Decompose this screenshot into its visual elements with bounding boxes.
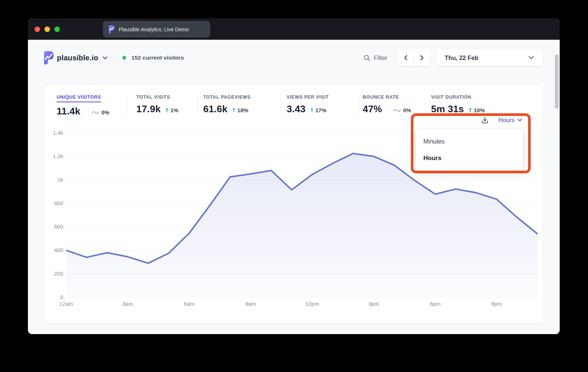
site-switcher[interactable]: plausible.io [44,51,108,64]
stat-value-row: 61.6k↑18% [203,103,251,115]
interval-dropdown-button[interactable]: Hours [498,117,522,124]
flat-trend-icon [92,111,99,114]
stat-change-value: 0% [101,109,110,116]
stat-total-pageviews[interactable]: TOTAL PAGEVIEWS61.6k↑18% [203,93,251,115]
traffic-lights [35,26,60,32]
interval-dropdown-menu: MinutesHours [416,129,523,171]
x-tick-label: 9am [240,301,262,307]
stat-total-visits[interactable]: TOTAL VISITS17.9k↑1% [136,93,178,115]
dashboard-page: plausible.io 152 current visitors [28,40,560,334]
y-tick-label: 800 [44,200,63,206]
prev-period-button[interactable] [398,49,414,66]
stat-change-value: 18% [237,107,248,113]
filter-button[interactable]: Filter [363,54,387,61]
stat-value: 47% [363,103,382,115]
stat-change: 0% [92,109,110,116]
stat-change-value: 0% [403,107,411,113]
stat-views-per-visit[interactable]: VIEWS PER VISIT3.43↑17% [287,93,329,115]
stat-label: BOUNCE RATE [363,95,399,100]
stat-value: 17.9k [136,103,161,115]
chart-toolbar: Hours [481,116,522,124]
close-button[interactable] [35,26,40,32]
plausible-favicon-icon [109,25,115,33]
browser-tab[interactable]: Plausible Analytics: Live Demo [103,21,210,38]
y-tick-label: 1k [44,177,63,183]
minimize-button[interactable] [44,26,50,32]
stat-value: 5m 31s [431,103,464,115]
date-nav [398,49,430,66]
gridline [66,297,538,298]
browser-chrome: Plausible Analytics: Live Demo [28,18,560,40]
y-tick-label: 200 [44,270,63,277]
analytics-card: UNIQUE VISITORS11.4k0%TOTAL VISITS17.9k↑… [44,85,543,323]
y-tick-label: 600 [44,223,63,230]
dropdown-option-minutes[interactable]: Minutes [416,133,523,150]
y-tick-label: 0 [44,294,63,300]
arrow-up-icon: ↑ [232,107,236,114]
stat-label: VISIT DURATION [431,95,472,100]
filter-label: Filter [374,54,387,61]
interval-selected-label: Hours [498,117,514,124]
chevron-down-icon [528,56,534,60]
date-picker[interactable]: Thu, 22 Feb [437,49,543,66]
live-dot-icon [122,56,126,60]
search-icon [363,54,370,61]
current-visitors[interactable]: 152 current visitors [122,54,184,61]
stat-divider [359,95,359,114]
stat-value: 3.43 [287,103,305,115]
plausible-logo-icon [44,51,54,64]
header-controls: Filter Thu, 22 Feb [363,49,543,66]
y-tick-label: 1.2k [44,153,63,159]
y-tick-label: 400 [44,247,63,253]
stat-unique-visitors[interactable]: UNIQUE VISITORS11.4k0% [57,93,109,117]
x-tick-label: 12am [55,301,77,307]
x-tick-label: 9pm [485,301,508,307]
stat-change-value: 10% [474,107,485,113]
download-icon[interactable] [481,116,489,124]
stat-change: ↑18% [232,107,248,114]
stat-change: ↑1% [165,107,178,114]
stat-change-value: 17% [315,107,326,113]
stat-change: ↑17% [309,107,326,114]
stat-visit-duration[interactable]: VISIT DURATION5m 31s↑10% [431,93,485,115]
chart-fill [66,153,538,297]
stat-divider [280,95,281,114]
stat-value-row: 11.4k0% [57,106,109,117]
browser-window: Plausible Analytics: Live Demo pl [28,18,560,334]
stat-divider [197,95,198,114]
screenshot-canvas: Plausible Analytics: Live Demo pl [0,0,588,372]
scrollbar-thumb[interactable] [555,54,559,109]
stat-label: TOTAL PAGEVIEWS [203,95,251,100]
stat-value-row: 3.43↑17% [287,103,329,115]
y-tick-label: 1.4k [44,130,63,136]
site-header: plausible.io 152 current visitors [44,47,543,68]
stat-divider [128,95,128,114]
arrow-up-icon: ↑ [468,107,473,114]
dropdown-option-hours[interactable]: Hours [416,150,523,167]
chevron-down-icon [103,56,108,60]
stat-change: 0% [393,107,411,113]
stat-bounce-rate[interactable]: BOUNCE RATE47%0% [363,93,411,115]
stat-label: VIEWS PER VISIT [287,95,329,100]
stat-value: 11.4k [57,106,80,117]
zoom-button[interactable] [54,26,60,32]
page-scrollbar [553,40,560,334]
flat-trend-icon [393,109,401,112]
stat-change-value: 1% [171,107,179,113]
next-period-button[interactable] [414,49,430,66]
x-tick-label: 6pm [424,301,446,307]
tab-title: Plausible Analytics: Live Demo [119,26,189,32]
x-tick-label: 3pm [363,301,385,307]
stat-divider [430,95,430,114]
stat-value-row: 5m 31s↑10% [431,103,485,115]
arrow-up-icon: ↑ [165,107,169,114]
arrow-up-icon: ↑ [309,107,314,114]
stat-change: ↑10% [468,107,485,114]
site-name: plausible.io [57,54,98,62]
stat-value-row: 17.9k↑1% [136,103,178,115]
stat-value-row: 47%0% [363,103,411,115]
chevron-down-icon [517,118,522,122]
x-tick-label: 6am [178,301,200,307]
stat-label: UNIQUE VISITORS [57,95,101,102]
date-label: Thu, 22 Feb [445,54,478,61]
